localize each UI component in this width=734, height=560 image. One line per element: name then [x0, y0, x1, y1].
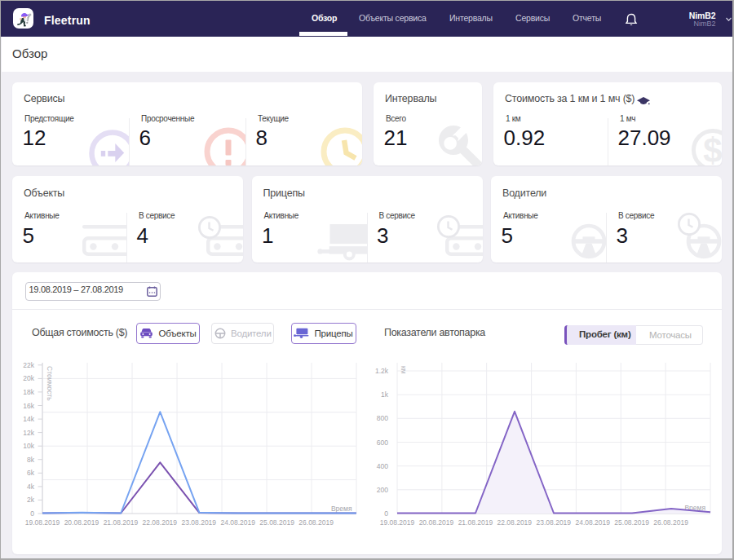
- svg-text:2k: 2k: [27, 496, 35, 504]
- svg-text:25.08.2019: 25.08.2019: [259, 518, 294, 527]
- svg-text:20.08.2019: 20.08.2019: [64, 518, 99, 527]
- svg-text:$: $: [703, 130, 722, 165]
- svg-text:Стоимость: Стоимость: [46, 366, 54, 401]
- svg-text:22.08.2019: 22.08.2019: [497, 518, 533, 527]
- svg-text:0: 0: [384, 509, 388, 518]
- svg-text:600: 600: [377, 439, 388, 447]
- svg-text:6k: 6k: [27, 469, 35, 477]
- svg-text:800: 800: [377, 414, 388, 422]
- svg-text:19.08.2019: 19.08.2019: [380, 518, 415, 527]
- svg-text:12k: 12k: [23, 429, 34, 437]
- svg-text:25.08.2019: 25.08.2019: [614, 518, 649, 527]
- svg-text:4k: 4k: [27, 483, 35, 491]
- svg-text:10k: 10k: [23, 442, 34, 450]
- svg-text:19.08.2019: 19.08.2019: [25, 518, 60, 527]
- svg-text:Время: Время: [331, 505, 352, 513]
- svg-text:1.2k: 1.2k: [375, 367, 389, 375]
- svg-text:24.08.2019: 24.08.2019: [575, 518, 610, 527]
- svg-text:14k: 14k: [23, 415, 34, 423]
- svg-text:21.08.2019: 21.08.2019: [458, 518, 493, 527]
- svg-text:20k: 20k: [23, 374, 34, 382]
- svg-text:26.08.2019: 26.08.2019: [653, 518, 688, 527]
- svg-text:23.08.2019: 23.08.2019: [182, 518, 217, 527]
- svg-text:16k: 16k: [23, 402, 34, 410]
- svg-text:23.08.2019: 23.08.2019: [537, 518, 572, 527]
- svg-text:км: км: [400, 366, 408, 374]
- svg-text:26.08.2019: 26.08.2019: [298, 518, 334, 527]
- svg-text:0: 0: [30, 509, 34, 518]
- svg-text:1k: 1k: [381, 390, 389, 399]
- svg-text:22.08.2019: 22.08.2019: [143, 518, 178, 527]
- svg-text:8k: 8k: [27, 456, 35, 464]
- svg-text:20.08.2019: 20.08.2019: [419, 518, 454, 527]
- svg-text:22k: 22k: [23, 361, 34, 369]
- svg-text:200: 200: [377, 486, 388, 494]
- svg-text:18k: 18k: [23, 388, 34, 396]
- svg-text:400: 400: [377, 462, 388, 470]
- svg-text:24.08.2019: 24.08.2019: [220, 518, 255, 527]
- svg-text:21.08.2019: 21.08.2019: [104, 518, 139, 527]
